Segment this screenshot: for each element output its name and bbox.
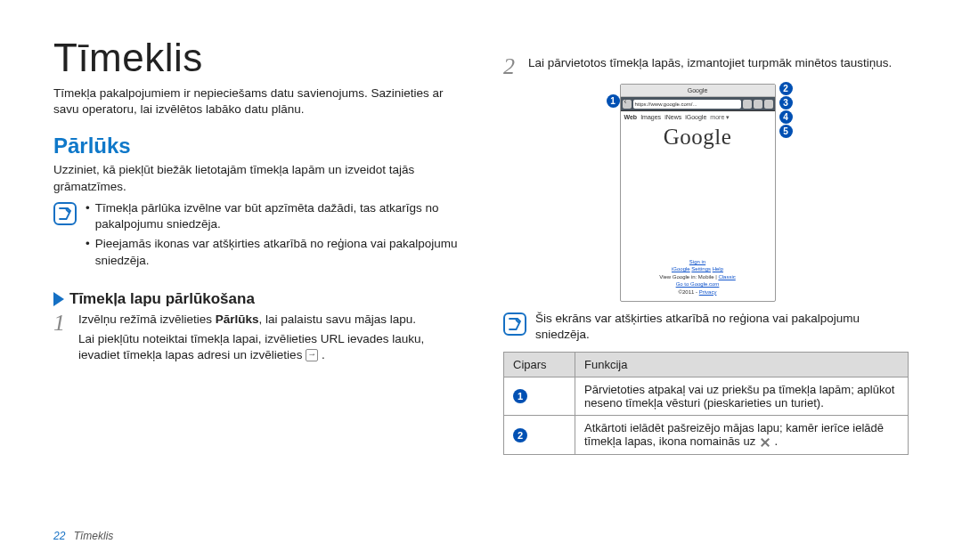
callout-3: 3 [779,96,793,110]
table-row: 2 Atkārtoti ielādēt pašreizējo mājas lap… [504,416,909,455]
callout-1: 1 [607,94,620,108]
step-1: 1 Izvēlņu režīmā izvēlieties Pārlūks, la… [53,312,459,368]
row-badge-1: 1 [513,389,527,403]
step-number-1: 1 [53,312,69,368]
note-icon [53,202,77,225]
right-note-text: Šis ekrāns var atšķirties atkarībā no re… [535,311,909,343]
row-text-2: Atkārtoti ielādēt pašreizējo mājas lapu;… [575,416,909,455]
note-list: •Tīmekļa pārlūka izvēlne var būt apzīmēt… [86,200,459,272]
reload-icon [743,100,752,109]
page-title: Tīmeklis [53,36,459,80]
close-icon [759,436,771,449]
page-number: 22 [53,530,65,542]
shot-url: https://www.google.com/... [633,100,741,109]
th-num: Cipars [504,353,575,377]
th-func: Funkcija [575,353,909,377]
step-2-text: Lai pārvietotos tīmekļa lapās, izmantoji… [528,55,892,75]
shot-title: Google [621,85,775,97]
callouts: 2 1 3 4 5 [778,84,793,138]
browser-screenshot: Google https://www.google.com/... Web Im… [620,84,776,302]
table-row: 1 Pārvietoties atpakaļ vai uz priekšu pa… [504,377,909,416]
chevron-right-icon [53,292,64,306]
function-table: Cipars Funkcija 1 Pārvietoties atpakaļ v… [503,352,909,455]
step-1-cont: Lai piekļūtu noteiktai tīmekļa lapai, iz… [78,331,459,363]
forward-icon [764,100,773,109]
shot-footer: Sign in iGoogle Settings Help View Googl… [621,258,775,296]
row-badge-2: 2 [513,428,527,442]
intro-text: Tīmekļa pakalpojumiem ir nepieciešams da… [53,85,459,118]
bookmark-icon [754,100,762,109]
left-column: Tīmeklis Tīmekļa pakalpojumiem ir nepiec… [53,36,459,560]
subsection-heading-row: Tīmekļa lapu pārlūkošana [53,290,459,308]
row-text-1: Pārvietoties atpakaļ vai uz priekšu pa t… [575,377,909,416]
callout-2: 2 [779,82,793,95]
section-heading: Pārlūks [53,134,459,158]
step-number-2: 2 [503,55,519,78]
note-item: Tīmekļa pārlūka izvēlne var būt apzīmēta… [95,200,459,232]
step-2: 2 Lai pārvietotos tīmekļa lapās, izmanto… [503,55,909,78]
subsection-heading: Tīmekļa lapu pārlūkošana [69,290,255,308]
note-block: •Tīmekļa pārlūka izvēlne var būt apzīmēt… [53,200,459,272]
page-footer: 22 Tīmeklis [53,530,113,542]
screenshot-wrap: Google https://www.google.com/... Web Im… [503,84,909,302]
note-item: Pieejamās ikonas var atšķirties atkarībā… [95,236,459,268]
right-column: 2 Lai pārvietotos tīmekļa lapās, izmanto… [503,36,909,560]
back-icon [623,100,632,109]
section-lead: Uzziniet, kā piekļūt biežāk lietotajām t… [53,162,459,194]
callout-4: 4 [779,110,793,124]
footer-section: Tīmeklis [74,530,114,542]
step-1-text: Izvēlņu režīmā izvēlieties Pārlūks, lai … [78,312,459,328]
right-note: Šis ekrāns var atšķirties atkarībā no re… [503,311,909,346]
go-icon [306,349,318,361]
google-logo: Google [621,125,775,150]
shot-address-bar: https://www.google.com/... [621,97,775,111]
note-icon [503,312,526,336]
callout-5: 5 [779,125,793,138]
